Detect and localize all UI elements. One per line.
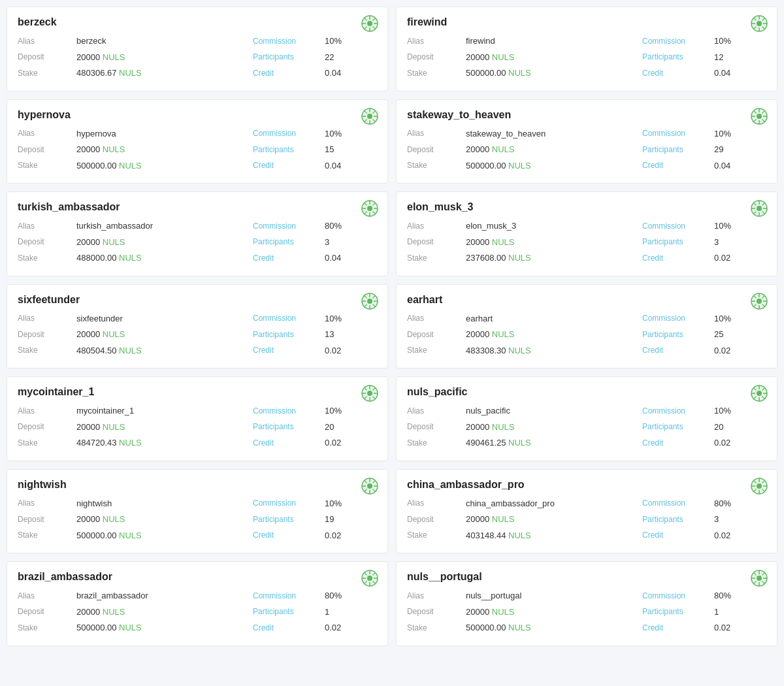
node-card-turkish_ambassador[interactable]: turkish_ambassador Alias tur <box>7 191 388 276</box>
alias-row: Alias mycointainer_1 Commission 10% <box>18 404 377 417</box>
node-card-firewind[interactable]: firewind Alias firewind <box>396 7 777 91</box>
commission-value: 80% <box>325 220 377 233</box>
deposit-label: Deposit <box>407 329 466 340</box>
stake-row: Stake 237608.00 NULS Credit 0.02 <box>407 252 766 265</box>
alias-row: Alias sixfeetunder Commission 10% <box>18 312 377 325</box>
node-card-mycointainer_1[interactable]: mycointainer_1 Alias mycoint <box>7 376 388 461</box>
node-card-earhart[interactable]: earhart Alias earhart <box>396 284 777 369</box>
alias-value: stakeway_to_heaven <box>466 127 642 140</box>
stake-label: Stake <box>407 252 466 264</box>
node-title: nuls_pacific <box>407 386 766 398</box>
stake-label: Stake <box>18 159 76 171</box>
stake-row: Stake 403148.44 NULS Credit 0.02 <box>407 529 766 542</box>
stake-row: Stake 500000.00 NULS Credit 0.02 <box>407 621 766 634</box>
nodes-grid: berzeck Alias berzeck <box>7 7 777 646</box>
participants-label: Participants <box>253 144 325 155</box>
credit-label: Credit <box>642 622 714 634</box>
participants-label: Participants <box>642 421 714 433</box>
stake-value: 488000.00 NULS <box>76 252 253 265</box>
alias-row: Alias nuls__portugal Commission 80% <box>407 589 766 602</box>
deposit-row: Deposit 20000 NULS Participants 15 <box>18 143 377 156</box>
svg-point-11 <box>757 21 762 26</box>
participants-value: 13 <box>325 328 377 341</box>
node-card-berzeck[interactable]: berzeck Alias berzeck <box>7 7 388 91</box>
stake-row: Stake 500000.00 NULS Credit 0.04 <box>18 159 377 172</box>
alias-row: Alias china_ambassador_pro Commission 80… <box>407 497 766 510</box>
node-icon <box>751 570 768 587</box>
deposit-value: 20000 NULS <box>76 421 253 434</box>
alias-value: nuls__portugal <box>466 589 642 602</box>
commission-label: Commission <box>253 127 325 139</box>
deposit-label: Deposit <box>407 421 466 433</box>
commission-value: 10% <box>714 312 766 325</box>
credit-value: 0.04 <box>325 159 377 172</box>
node-title: mycointainer_1 <box>18 386 377 398</box>
commission-value: 80% <box>325 589 377 602</box>
stake-row: Stake 500000.00 NULS Credit 0.04 <box>407 159 766 172</box>
credit-value: 0.02 <box>714 529 766 542</box>
deposit-row: Deposit 20000 NULS Participants 3 <box>18 236 377 249</box>
participants-value: 19 <box>325 513 377 526</box>
stake-label: Stake <box>407 437 466 449</box>
node-icon <box>361 293 378 310</box>
svg-point-31 <box>757 114 762 119</box>
participants-value: 12 <box>714 51 766 64</box>
credit-label: Credit <box>253 529 325 541</box>
node-card-nuls_pacific[interactable]: nuls_pacific Alias nuls_paci <box>396 376 777 461</box>
stake-row: Stake 500000.00 NULS Credit 0.02 <box>18 621 377 634</box>
alias-value: mycointainer_1 <box>76 404 253 417</box>
stake-value: 403148.44 NULS <box>466 529 642 542</box>
credit-value: 0.02 <box>325 344 377 357</box>
alias-label: Alias <box>18 497 76 509</box>
stake-value: 500000.00 NULS <box>466 67 642 80</box>
commission-label: Commission <box>253 497 325 509</box>
deposit-value: 20000 NULS <box>76 513 253 526</box>
node-card-nuls__portugal[interactable]: nuls__portugal Alias nuls__p <box>396 561 777 646</box>
stake-row: Stake 480504.50 NULS Credit 0.02 <box>18 344 377 357</box>
node-icon <box>751 293 768 310</box>
stake-label: Stake <box>407 67 466 79</box>
stake-value: 500000.00 NULS <box>76 529 253 542</box>
commission-label: Commission <box>253 590 325 602</box>
node-icon <box>751 15 768 32</box>
alias-value: firewind <box>466 35 642 48</box>
node-card-hypernova[interactable]: hypernova Alias hypernova <box>7 99 388 184</box>
participants-value: 1 <box>714 606 766 619</box>
node-card-sixfeetunder[interactable]: sixfeetunder Alias sixfeetun <box>7 284 388 369</box>
participants-value: 3 <box>714 236 766 249</box>
commission-label: Commission <box>642 590 714 602</box>
alias-value: berzeck <box>76 35 253 48</box>
stake-value: 500000.00 NULS <box>76 159 253 172</box>
stake-label: Stake <box>18 252 76 264</box>
credit-label: Credit <box>253 622 325 634</box>
deposit-value: 20000 NULS <box>466 513 642 526</box>
node-card-stakeway_to_heaven[interactable]: stakeway_to_heaven Alias sta <box>396 99 777 184</box>
stake-row: Stake 500000.00 NULS Credit 0.04 <box>407 67 766 80</box>
deposit-row: Deposit 20000 NULS Participants 22 <box>18 51 377 64</box>
stake-value: 484720.43 NULS <box>76 436 253 449</box>
stake-row: Stake 483308.30 NULS Credit 0.02 <box>407 344 766 357</box>
node-card-elon_musk_3[interactable]: elon_musk_3 Alias elon_musk_ <box>396 191 777 276</box>
node-card-nightwish[interactable]: nightwish Alias nightwish <box>7 469 388 554</box>
credit-value: 0.02 <box>325 436 377 449</box>
participants-label: Participants <box>642 606 714 617</box>
node-title: elon_musk_3 <box>407 201 766 213</box>
svg-point-51 <box>757 206 762 211</box>
stake-value: 500000.00 NULS <box>466 159 642 172</box>
node-title: stakeway_to_heaven <box>407 109 766 121</box>
node-card-china_ambassador_pro[interactable]: china_ambassador_pro Alias c <box>396 469 777 554</box>
stake-label: Stake <box>18 67 76 79</box>
stake-label: Stake <box>407 344 466 356</box>
credit-value: 0.02 <box>714 252 766 265</box>
node-title: hypernova <box>18 109 377 121</box>
svg-point-121 <box>367 576 372 581</box>
deposit-row: Deposit 20000 NULS Participants 13 <box>18 328 377 341</box>
credit-label: Credit <box>253 252 325 264</box>
alias-label: Alias <box>18 312 76 324</box>
alias-row: Alias turkish_ambassador Commission 80% <box>18 220 377 233</box>
node-icon <box>361 108 378 125</box>
alias-label: Alias <box>407 312 466 324</box>
stake-row: Stake 490461.25 NULS Credit 0.02 <box>407 436 766 449</box>
deposit-row: Deposit 20000 NULS Participants 3 <box>407 236 766 249</box>
node-card-brazil_ambassador[interactable]: brazil_ambassador Alias braz <box>7 561 388 646</box>
